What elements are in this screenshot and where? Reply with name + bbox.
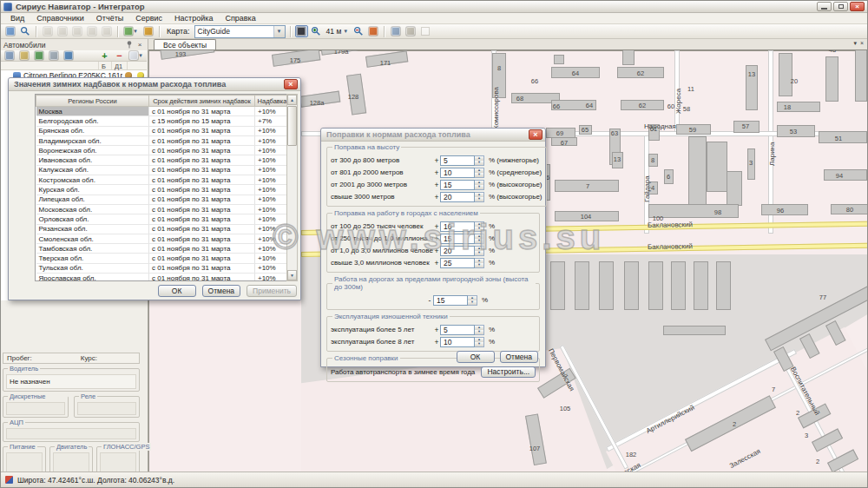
column-header-2[interactable]: Срок действия зимних надбавок	[149, 96, 255, 107]
menu-item-1[interactable]: Вид	[4, 13, 30, 24]
spinner-down-icon[interactable]: ▼	[475, 197, 483, 201]
column-header-3[interactable]: Надбавка	[255, 96, 289, 107]
chart-icon[interactable]	[141, 25, 155, 37]
spinner-value[interactable]: 15	[440, 234, 475, 244]
spinner-field[interactable]: 10▲▼	[440, 221, 484, 232]
tab-close-icon[interactable]: ×	[860, 40, 864, 47]
spinner-value[interactable]: 20	[440, 192, 475, 202]
chevron-down-icon[interactable]: ▼	[273, 26, 285, 37]
table-row[interactable]: Ярославская обл.с 01 ноября по 31 марта+…	[36, 274, 289, 281]
spinner-field[interactable]: 5▲▼	[440, 155, 484, 166]
area-icon[interactable]	[100, 25, 113, 37]
pan-tool-icon[interactable]	[3, 25, 16, 37]
spinner-field[interactable]: 10▲▼	[440, 168, 484, 178]
select-area-icon[interactable]	[418, 25, 431, 37]
menu-item-5[interactable]: Настройка	[168, 13, 219, 24]
corrections-dialog-close-icon[interactable]: ×	[529, 129, 542, 140]
spinner-field[interactable]: 20▲▼	[440, 192, 484, 202]
pin-icon[interactable]	[124, 40, 135, 49]
spinner-value[interactable]: 5	[440, 155, 475, 166]
columns-icon[interactable]: ▼	[128, 49, 145, 62]
spinner-field[interactable]: 15▲▼	[440, 234, 484, 244]
spinner-down-icon[interactable]: ▼	[475, 227, 483, 231]
spinner-field[interactable]: 25▲▼	[440, 258, 484, 268]
spinner-value[interactable]: 10	[440, 221, 475, 232]
corrections-ok-button[interactable]: ОК	[457, 351, 495, 363]
scroll-down-icon[interactable]: ▼	[287, 270, 297, 280]
spinner-field[interactable]: 15▲▼	[440, 180, 484, 190]
table-row[interactable]: Орловская обл.с 01 ноября по 31 марта+10…	[36, 214, 289, 224]
legend-icon[interactable]	[389, 25, 402, 37]
table-row[interactable]: Костромская обл.с 01 ноября по 31 марта+…	[36, 175, 289, 185]
panel-close-icon[interactable]: ×	[135, 40, 145, 49]
menu-item-2[interactable]: Справочники	[30, 13, 90, 24]
table-row[interactable]: Белгородская обл.с 15 ноября по 15 марта…	[36, 116, 289, 126]
table-row[interactable]: Владимирская обл.с 01 ноября по 31 марта…	[36, 135, 289, 145]
table-row[interactable]: Смоленская обл.с 01 ноября по 31 марта+1…	[36, 234, 289, 243]
home-icon[interactable]	[366, 25, 379, 37]
scroll-up-icon[interactable]: ▲	[287, 95, 297, 105]
table-row[interactable]: Липецкая обл.с 01 ноября по 31 марта+10%	[36, 195, 289, 204]
redo-icon[interactable]	[70, 25, 83, 37]
minimize-button[interactable]	[817, 2, 832, 11]
globe-icon[interactable]	[32, 49, 45, 62]
winter-apply-button[interactable]: Применить	[247, 285, 297, 297]
table-row[interactable]: Рязанская обл.с 01 ноября по 31 марта+10…	[36, 224, 289, 234]
table-row[interactable]: Калужская обл.с 01 ноября по 31 марта+10…	[36, 165, 289, 175]
menu-item-4[interactable]: Сервис	[129, 13, 168, 24]
add-vehicle-icon[interactable]: +	[98, 49, 111, 62]
table-row[interactable]: Брянская обл.с 01 ноября по 31 марта+10%	[36, 126, 289, 135]
table-row[interactable]: Тверская обл.с 01 ноября по 31 марта+10%	[36, 254, 289, 263]
spinner-down-icon[interactable]: ▼	[475, 263, 483, 267]
spinner-value[interactable]: 5	[440, 325, 475, 335]
spinner-field[interactable]: 10▲▼	[440, 337, 484, 347]
table-row[interactable]: Ивановская обл.с 01 ноября по 31 марта+1…	[36, 155, 289, 165]
spinner-value[interactable]: 10	[440, 337, 475, 347]
search-icon[interactable]	[18, 25, 31, 37]
menu-item-6[interactable]: Справка	[219, 13, 261, 24]
menu-item-3[interactable]: Отчёты	[90, 13, 129, 24]
undo-icon[interactable]	[56, 25, 69, 37]
spinner-down-icon[interactable]: ▼	[475, 239, 483, 243]
spinner-field[interactable]: 15▲▼	[433, 295, 477, 306]
table-row[interactable]: Воронежская обл.с 01 ноября по 31 марта+…	[36, 146, 289, 155]
spinner-down-icon[interactable]: ▼	[475, 173, 483, 177]
table-row[interactable]: Тамбовская обл.с 01 ноября по 31 марта+1…	[36, 244, 289, 254]
spinner-value[interactable]: 20	[440, 246, 475, 256]
traffic-light-icon[interactable]	[295, 25, 308, 37]
table-row[interactable]: Московская обл.с 01 ноября по 31 марта+1…	[36, 204, 289, 214]
spinner-value[interactable]: 15	[440, 180, 475, 190]
remove-vehicle-icon[interactable]: −	[113, 49, 126, 62]
table-row[interactable]: Тульская обл.с 01 ноября по 31 марта+10%	[36, 263, 289, 273]
spinner-down-icon[interactable]: ▼	[475, 251, 483, 255]
column-header-1[interactable]: Регионы России	[36, 96, 149, 107]
spinner-value[interactable]: 15	[433, 295, 468, 306]
table-row[interactable]: Москвас 01 ноября по 31 марта+10%	[36, 107, 289, 116]
tab-list-chevron-icon[interactable]: ▾	[853, 40, 857, 47]
winter-ok-button[interactable]: ОК	[158, 285, 196, 297]
spinner-field[interactable]: 5▲▼	[440, 325, 484, 335]
spinner-down-icon[interactable]: ▼	[475, 342, 483, 346]
restore-button[interactable]	[833, 2, 848, 11]
spinner-value[interactable]: 10	[440, 168, 475, 178]
web-icon[interactable]	[62, 49, 75, 62]
map-combo[interactable]: CityGuide▼	[194, 25, 286, 38]
photo-icon[interactable]	[47, 49, 60, 62]
scroll-thumb[interactable]	[287, 106, 297, 146]
winter-dialog-close-icon[interactable]: ×	[284, 79, 298, 89]
corrections-cancel-button[interactable]: Отмена	[500, 351, 539, 363]
spinner-down-icon[interactable]: ▼	[475, 330, 483, 334]
configure-button[interactable]: Настроить...	[481, 366, 536, 378]
winter-cancel-button[interactable]: Отмена	[202, 285, 241, 297]
close-button[interactable]: ×	[850, 2, 865, 11]
zoom-out-icon[interactable]	[352, 25, 365, 37]
zoom-level[interactable]: 41 м▼	[325, 27, 351, 36]
table-scrollbar[interactable]: ▲ ▼	[286, 94, 298, 281]
vehicle-icon[interactable]: ▼	[122, 25, 140, 37]
zoom-in-icon[interactable]	[310, 25, 323, 37]
spinner-down-icon[interactable]: ▼	[468, 300, 477, 305]
table-row[interactable]: Курская обл.с 01 ноября по 31 марта+10%	[36, 185, 289, 195]
spinner-value[interactable]: 25	[440, 258, 475, 268]
card-icon[interactable]	[3, 49, 16, 62]
notes-icon[interactable]	[404, 25, 417, 37]
